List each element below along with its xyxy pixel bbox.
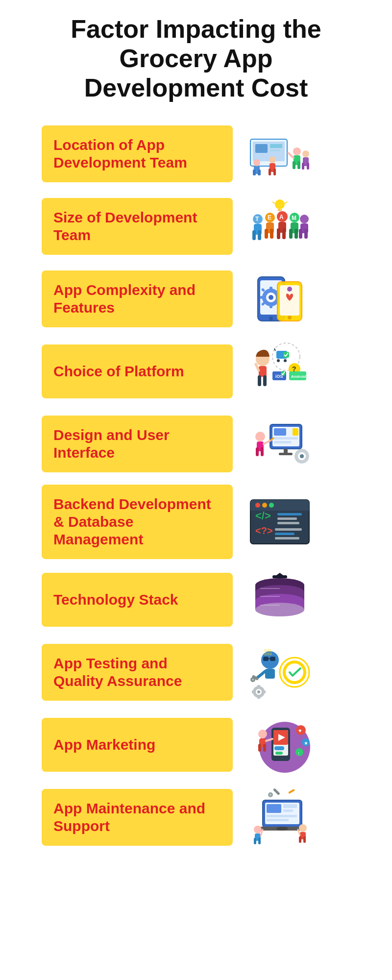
svg-rect-193 (288, 789, 295, 794)
item-row-design: Design and User Interface (42, 412, 350, 476)
backend-icon: </> <?> (241, 490, 319, 554)
svg-rect-182 (254, 838, 256, 844)
item-label-box-design: Design and User Interface (42, 416, 233, 472)
svg-rect-15 (293, 161, 295, 169)
svg-point-67 (287, 287, 292, 292)
svg-point-69 (288, 316, 292, 319)
svg-point-18 (302, 150, 309, 157)
svg-point-104 (300, 454, 304, 458)
item-label-location: Location of App Development Team (53, 136, 221, 172)
svg-text:E: E (268, 214, 271, 221)
svg-rect-99 (261, 447, 264, 456)
svg-rect-116 (275, 528, 302, 531)
svg-rect-16 (297, 161, 300, 169)
svg-rect-113 (277, 517, 297, 520)
svg-point-160 (258, 730, 267, 738)
svg-point-68 (269, 317, 273, 320)
svg-point-109 (262, 503, 267, 508)
location-icon (241, 122, 319, 186)
svg-rect-151 (252, 690, 255, 693)
svg-rect-162 (258, 744, 261, 752)
svg-rect-138 (265, 669, 275, 679)
maintenance-icon (241, 785, 319, 849)
item-row-marketing: App Marketing (42, 713, 350, 777)
svg-text:M: M (292, 215, 296, 221)
item-row-testing: App Testing and Quality Assurance 1010 0… (42, 640, 350, 704)
complexity-icon (241, 267, 319, 331)
svg-rect-31 (270, 229, 273, 239)
svg-rect-2 (255, 144, 268, 153)
svg-point-78 (284, 359, 287, 362)
team-icon: T E A (241, 195, 319, 258)
svg-text:1010: 1010 (264, 652, 272, 656)
svg-rect-44 (299, 229, 302, 239)
item-label-tech: Technology Stack (53, 591, 178, 609)
svg-rect-59 (260, 296, 264, 299)
item-row-tech: Technology Stack (42, 568, 350, 632)
svg-rect-149 (257, 685, 260, 688)
svg-point-108 (255, 503, 260, 508)
item-label-backend: Backend Development & Database Managemen… (53, 495, 221, 548)
svg-rect-35 (277, 228, 280, 239)
svg-line-79 (274, 348, 275, 351)
svg-rect-118 (275, 537, 299, 539)
svg-rect-25 (252, 230, 256, 240)
svg-rect-91 (274, 437, 298, 440)
svg-point-5 (253, 159, 260, 166)
svg-rect-71 (259, 366, 267, 377)
svg-point-9 (269, 156, 276, 163)
item-label-box-location: Location of App Development Team (42, 125, 233, 182)
svg-rect-11 (269, 169, 271, 175)
svg-point-42 (300, 215, 309, 223)
svg-rect-150 (257, 696, 260, 699)
svg-rect-7 (253, 170, 256, 175)
item-label-box-backend: Backend Development & Database Managemen… (42, 485, 233, 559)
svg-rect-176 (267, 815, 297, 817)
svg-point-180 (254, 826, 262, 833)
svg-rect-20 (302, 163, 304, 170)
svg-point-142 (252, 679, 254, 681)
svg-point-129 (255, 603, 304, 616)
svg-rect-92 (274, 441, 291, 443)
testing-icon: 1010 0101 (241, 640, 319, 704)
item-row-maintenance: App Maintenance and Support (42, 785, 350, 849)
svg-line-17 (288, 153, 294, 158)
svg-point-96 (255, 432, 265, 441)
svg-rect-134 (270, 657, 275, 661)
svg-rect-117 (275, 533, 294, 535)
svg-line-74 (256, 364, 259, 370)
svg-rect-177 (267, 819, 289, 821)
svg-rect-173 (267, 804, 281, 813)
svg-text:↑: ↑ (297, 751, 300, 756)
svg-text:Android: Android (291, 374, 306, 379)
item-row-complexity: App Complexity and Features (42, 267, 350, 331)
item-label-marketing: App Marketing (53, 736, 155, 754)
item-label-platform: Choice of Platform (53, 363, 184, 380)
item-row-backend: Backend Development & Database Managemen… (42, 485, 350, 559)
svg-text:0101: 0101 (264, 649, 272, 652)
marketing-icon: ♥ ★ ↑ (241, 713, 319, 777)
svg-line-50 (272, 202, 275, 203)
svg-point-13 (293, 147, 301, 155)
svg-text:★: ★ (304, 740, 308, 746)
platform-icon: ? iOS Android (241, 340, 319, 403)
svg-rect-183 (258, 838, 261, 844)
item-row-location: Location of App Development Team (42, 122, 350, 186)
item-label-maintenance: App Maintenance and Support (53, 800, 221, 835)
svg-rect-98 (256, 447, 259, 456)
svg-point-56 (269, 295, 273, 300)
page-title: Factor Impacting the Grocery App Develop… (42, 15, 350, 102)
svg-rect-190 (273, 788, 280, 796)
svg-rect-188 (303, 836, 306, 843)
design-icon (241, 412, 319, 476)
svg-rect-112 (277, 513, 302, 515)
svg-rect-159 (275, 752, 283, 755)
svg-point-110 (269, 503, 274, 508)
svg-rect-114 (277, 522, 299, 524)
svg-point-192 (270, 794, 271, 796)
svg-point-77 (277, 359, 280, 362)
svg-text:♥: ♥ (298, 728, 302, 734)
svg-text:T: T (255, 216, 259, 222)
item-label-complexity: App Complexity and Features (53, 281, 221, 317)
svg-point-179 (276, 827, 288, 831)
